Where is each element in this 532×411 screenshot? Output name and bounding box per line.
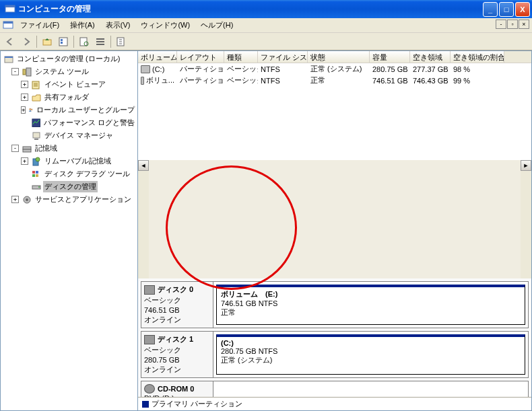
col-capacity[interactable]: 容量 [370, 51, 410, 63]
svg-rect-10 [96, 38, 104, 40]
svg-rect-5 [59, 38, 67, 46]
window-title: コンピュータの管理 [18, 3, 481, 15]
legend-primary-label: プライマリ パーティション [152, 399, 242, 409]
svg-rect-1 [5, 5, 15, 7]
svg-point-27 [36, 157, 40, 161]
tree-diskmgmt[interactable]: ディスクの管理 [2, 180, 136, 193]
disk-info: CD-ROM 0 DVD (D:) メディアなし [141, 381, 213, 397]
svg-rect-25 [23, 149, 31, 152]
toolbar [0, 33, 532, 50]
tree-systools[interactable]: -システム ツール [2, 65, 136, 78]
mdi-minimize-button[interactable]: - [496, 20, 506, 29]
mdi-close-button[interactable]: × [519, 20, 529, 29]
svg-rect-30 [32, 174, 35, 177]
mmc-icon [3, 20, 13, 31]
disk-info: ディスク 0 ベーシック 746.51 GB オンライン [141, 282, 213, 328]
drive-icon [141, 77, 144, 85]
tree-root[interactable]: コンピュータの管理 (ローカル) [2, 52, 136, 65]
scroll-left-button[interactable]: ◄ [138, 160, 149, 171]
minimize-button[interactable]: _ [483, 2, 498, 17]
svg-rect-22 [33, 133, 40, 138]
svg-rect-17 [26, 68, 31, 76]
mdi-buttons: - ▫ × [496, 20, 529, 29]
svg-rect-23 [34, 139, 38, 140]
mdi-restore-button[interactable]: ▫ [507, 20, 518, 29]
tree-devmgr[interactable]: デバイス マネージャ [2, 129, 136, 142]
svg-point-33 [38, 186, 40, 188]
menu-view[interactable]: 表示(V) [100, 18, 136, 32]
volume-row[interactable]: (C:) パーティション ベーシック NTFS 正常 (システム) 280.75… [138, 63, 531, 75]
tree-shared[interactable]: +共有フォルダ [2, 91, 136, 104]
maximize-button[interactable]: □ [499, 2, 514, 17]
tree-users[interactable]: +ローカル ユーザーとグループ [2, 104, 136, 116]
h-scrollbar[interactable]: ◄ ► [138, 160, 531, 278]
title-bar: コンピュータの管理 _ □ X [0, 0, 532, 18]
disk-icon [144, 285, 155, 295]
svg-rect-29 [36, 171, 38, 174]
col-layout[interactable]: レイアウト [177, 51, 224, 63]
col-freepct[interactable]: 空き領域の割合 [451, 51, 504, 63]
scroll-right-button[interactable]: ► [521, 160, 531, 171]
volume-list[interactable]: ボリューム レイアウト 種類 ファイル システム 状態 容量 空き領域 空き領域… [138, 51, 531, 160]
tree-eventviewer[interactable]: +イベント ビューア [2, 78, 136, 91]
cdrom-icon [144, 384, 155, 394]
refresh-button[interactable] [77, 34, 92, 49]
col-status[interactable]: 状態 [308, 51, 370, 63]
svg-rect-15 [5, 57, 13, 58]
disk-icon [144, 335, 155, 344]
svg-rect-7 [61, 42, 63, 44]
svg-rect-12 [96, 44, 104, 45]
properties-button[interactable] [56, 34, 71, 49]
disk-row[interactable]: ディスク 0 ベーシック 746.51 GB オンライン ボリューム (E:) … [141, 281, 529, 328]
nav-tree[interactable]: コンピュータの管理 (ローカル) -システム ツール +イベント ビューア +共… [0, 50, 138, 411]
disk-map: ディスク 0 ベーシック 746.51 GB オンライン ボリューム (E:) … [138, 278, 531, 397]
disk-row[interactable]: CD-ROM 0 DVD (D:) メディアなし [141, 381, 529, 397]
tree-removable[interactable]: +リムーバブル記憶域 [2, 155, 136, 167]
svg-rect-4 [43, 40, 51, 45]
svg-rect-6 [61, 39, 63, 41]
volume-row[interactable]: ボリュ... パーティション ベーシック NTFS 正常 746.51 GB 7… [138, 75, 531, 86]
settings-button[interactable] [114, 34, 129, 49]
menu-action[interactable]: 操作(A) [65, 18, 100, 32]
tree-defrag[interactable]: ディスク デフラグ ツール [2, 167, 136, 180]
col-fs[interactable]: ファイル システム [258, 51, 308, 63]
back-button[interactable] [3, 34, 18, 49]
svg-point-20 [32, 109, 33, 110]
svg-rect-28 [32, 171, 35, 174]
tree-storage[interactable]: -記憶域 [2, 142, 136, 155]
app-icon [5, 4, 15, 15]
col-type[interactable]: 種類 [224, 51, 258, 63]
partition-box[interactable]: ボリューム (E:) 746.51 GB NTFS 正常 [216, 285, 525, 325]
svg-rect-11 [96, 41, 104, 42]
menu-file[interactable]: ファイル(F) [15, 18, 65, 32]
volume-list-header: ボリューム レイアウト 種類 ファイル システム 状態 容量 空き領域 空き領域… [138, 51, 531, 63]
menu-bar: ファイル(F) 操作(A) 表示(V) ウィンドウ(W) ヘルプ(H) - ▫ … [0, 18, 532, 33]
legend: プライマリ パーティション [138, 397, 531, 410]
col-volume[interactable]: ボリューム [138, 51, 177, 63]
disk-row[interactable]: ディスク 1 ベーシック 280.75 GB オンライン (C:) 280.75… [141, 331, 529, 378]
svg-rect-16 [23, 69, 26, 75]
menu-help[interactable]: ヘルプ(H) [195, 18, 238, 32]
svg-rect-24 [23, 147, 31, 149]
legend-swatch-primary [142, 401, 149, 408]
col-free[interactable]: 空き領域 [410, 51, 451, 63]
drive-icon [141, 65, 150, 73]
list-view-button[interactable] [93, 34, 108, 49]
up-folder-button[interactable] [40, 34, 55, 49]
svg-point-19 [30, 108, 31, 110]
menu-window[interactable]: ウィンドウ(W) [135, 18, 195, 32]
forward-button[interactable] [19, 34, 34, 49]
disk-info: ディスク 1 ベーシック 280.75 GB オンライン [141, 332, 213, 377]
svg-rect-31 [36, 174, 38, 177]
svg-point-35 [26, 198, 28, 201]
partition-box[interactable]: (C:) 280.75 GB NTFS 正常 (システム) [216, 334, 525, 375]
svg-rect-3 [3, 22, 13, 24]
close-button[interactable]: X [515, 2, 530, 17]
tree-services[interactable]: +サービスとアプリケーション [2, 193, 136, 206]
tree-perf[interactable]: パフォーマンス ログと警告 [2, 116, 136, 129]
